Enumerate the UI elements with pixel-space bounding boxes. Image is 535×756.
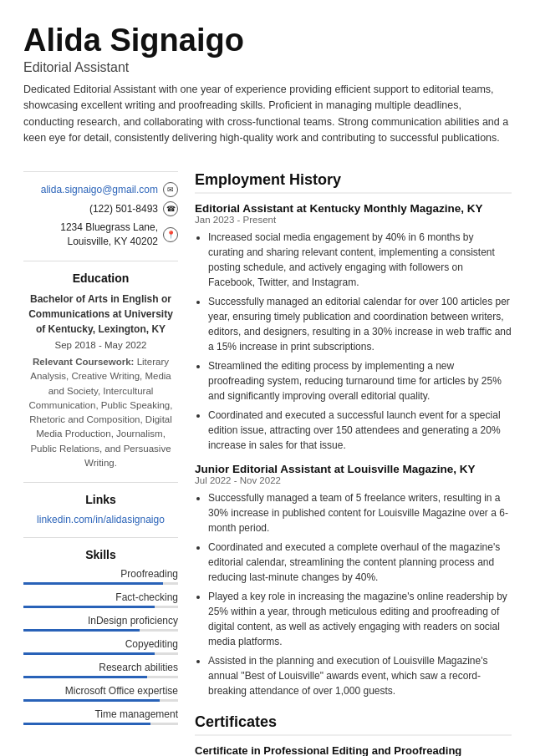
skill-label: Microsoft Office expertise — [65, 685, 178, 697]
job-bullet: Assisted in the planning and execution o… — [208, 653, 512, 698]
skill-bar-bg — [23, 606, 178, 608]
education-degree: Bachelor of Arts in English or Communica… — [23, 292, 178, 337]
education-section-title: Education — [23, 271, 178, 285]
job-bullets: Increased social media engagement by 40%… — [195, 230, 512, 453]
header-section: Alida Signaigo Editorial Assistant Dedic… — [23, 23, 512, 146]
email-contact: alida.signaigo@gmail.com ✉ — [23, 182, 178, 197]
job-bullet: Successfully managed a team of 5 freelan… — [208, 490, 512, 535]
skill-bar-fill — [23, 629, 140, 632]
education-content: Bachelor of Arts in English or Communica… — [23, 292, 178, 470]
job-entry: Editorial Assistant at Kentucky Monthly … — [195, 202, 512, 453]
skill-bar-fill — [23, 723, 150, 725]
skill-bar-bg — [23, 676, 178, 678]
job-date: Jul 2022 - Nov 2022 — [195, 475, 512, 485]
resume-page: Alida Signaigo Editorial Assistant Dedic… — [0, 0, 535, 756]
skill-label: Proofreading — [120, 568, 178, 580]
skill-bar-fill — [23, 606, 155, 608]
email-icon: ✉ — [163, 182, 178, 197]
cert-title: Certificate in Professional Editing and … — [195, 744, 512, 756]
job-bullet: Coordinated and executed a complete over… — [208, 540, 512, 585]
skill-bar-bg — [23, 582, 178, 585]
phone-icon: ☎ — [163, 201, 178, 216]
address-contact: 1234 Bluegrass Lane, Louisville, KY 4020… — [23, 221, 178, 249]
education-date: Sep 2018 - May 2022 — [23, 338, 178, 353]
job-date: Jan 2023 - Present — [195, 215, 512, 225]
candidate-name: Alida Signaigo — [23, 23, 512, 58]
skill-label: Copyediting — [125, 638, 178, 650]
job-bullet: Increased social media engagement by 40%… — [208, 230, 512, 290]
employment-section-title: Employment History — [195, 171, 512, 194]
skill-item: Fact-checking — [23, 591, 178, 608]
education-courses: Relevant Coursework: Literary Analysis, … — [23, 355, 178, 470]
phone-contact: (122) 501-8493 ☎ — [23, 201, 178, 216]
skills-list: Proofreading Fact-checking InDesign prof… — [23, 568, 178, 725]
skills-section-title: Skills — [23, 548, 178, 561]
education-section: Education Bachelor of Arts in English or… — [23, 261, 178, 470]
certificates-section: Certificates Certificate in Professional… — [195, 713, 512, 756]
job-bullet: Coordinated and executed a successful la… — [208, 408, 512, 453]
job-title: Junior Editorial Assistant at Louisville… — [195, 463, 512, 475]
address-text: 1234 Bluegrass Lane, Louisville, KY 4020… — [23, 221, 158, 249]
links-section-title: Links — [23, 493, 178, 506]
certs-container: Certificate in Professional Editing and … — [195, 744, 512, 756]
skill-item: Copyediting — [23, 638, 178, 655]
left-column: alida.signaigo@gmail.com ✉ (122) 501-849… — [23, 171, 178, 756]
skill-label: InDesign proficiency — [88, 615, 178, 627]
skill-bar-bg — [23, 723, 178, 725]
links-content: linkedin.com/in/alidasignaigo — [23, 513, 178, 525]
skill-bar-bg — [23, 699, 178, 702]
job-bullets: Successfully managed a team of 5 freelan… — [195, 490, 512, 698]
contact-section: alida.signaigo@gmail.com ✉ (122) 501-849… — [23, 171, 178, 249]
job-bullet: Streamlined the editing process by imple… — [208, 358, 512, 403]
cert-entry: Certificate in Professional Editing and … — [195, 744, 512, 756]
skill-label: Time management — [94, 708, 178, 720]
courses-label: Relevant Coursework: — [33, 357, 134, 367]
skill-bar-fill — [23, 652, 155, 655]
skills-section: Skills Proofreading Fact-checking InDesi… — [23, 537, 178, 725]
right-column: Employment History Editorial Assistant a… — [195, 171, 512, 756]
skill-item: InDesign proficiency — [23, 615, 178, 632]
employment-section: Employment History Editorial Assistant a… — [195, 171, 512, 698]
location-icon: 📍 — [163, 227, 178, 242]
courses-text: Literary Analysis, Creative Writing, Med… — [29, 357, 173, 468]
linkedin-link[interactable]: linkedin.com/in/alidasignaigo — [37, 514, 165, 525]
skill-item: Microsoft Office expertise — [23, 685, 178, 702]
job-entry: Junior Editorial Assistant at Louisville… — [195, 463, 512, 698]
skill-item: Research abilities — [23, 662, 178, 678]
job-bullet: Successfully managed an editorial calend… — [208, 294, 512, 354]
skill-bar-fill — [23, 582, 163, 585]
certificates-section-title: Certificates — [195, 713, 512, 736]
skill-bar-bg — [23, 629, 178, 632]
skill-bar-fill — [23, 699, 160, 702]
job-title: Editorial Assistant at Kentucky Monthly … — [195, 202, 512, 215]
phone-text: (122) 501-8493 — [89, 203, 158, 215]
email-link[interactable]: alida.signaigo@gmail.com — [41, 184, 158, 195]
main-content: alida.signaigo@gmail.com ✉ (122) 501-849… — [23, 171, 512, 756]
skill-label: Fact-checking — [115, 591, 178, 603]
candidate-title: Editorial Assistant — [23, 60, 512, 75]
skill-item: Time management — [23, 708, 178, 725]
candidate-summary: Dedicated Editorial Assistant with one y… — [23, 82, 512, 147]
job-bullet: Played a key role in increasing the maga… — [208, 589, 512, 649]
jobs-container: Editorial Assistant at Kentucky Monthly … — [195, 202, 512, 698]
links-section: Links linkedin.com/in/alidasignaigo — [23, 482, 178, 525]
skill-bar-fill — [23, 676, 147, 678]
skill-bar-bg — [23, 652, 178, 655]
skill-label: Research abilities — [99, 662, 178, 673]
skill-item: Proofreading — [23, 568, 178, 585]
